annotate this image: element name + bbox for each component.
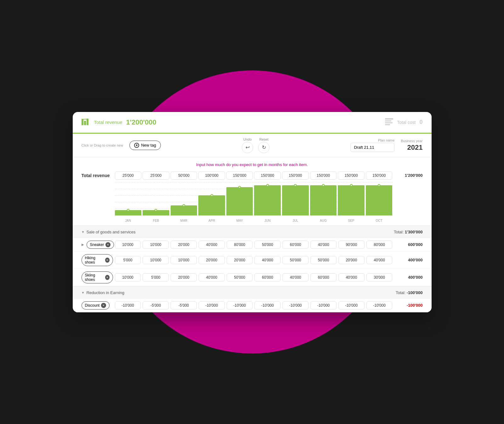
new-tag-button[interactable]: + New tag (129, 141, 161, 150)
data-cell-sale-of-goods-1-8 (338, 256, 365, 264)
row-label-sale-of-goods-2: Skiing shoes✕ (82, 271, 113, 283)
data-input-sale-of-goods-1-0[interactable] (115, 256, 141, 264)
data-input-sale-of-goods-2-3[interactable] (199, 273, 225, 282)
month-input-5[interactable] (254, 171, 281, 180)
section-header-reduction-in-earning[interactable]: ▼ Reduction in Earning Total: -100'000 (73, 287, 432, 299)
data-input-sale-of-goods-2-8[interactable] (338, 273, 365, 282)
bar-col-6 (282, 182, 309, 215)
data-cell-sale-of-goods-2-9 (366, 273, 393, 282)
data-input-sale-of-goods-2-7[interactable] (310, 273, 337, 282)
data-input-sale-of-goods-1-7[interactable] (310, 256, 337, 264)
data-input-reduction-in-earning-0-9[interactable] (366, 301, 393, 310)
data-input-sale-of-goods-1-2[interactable] (171, 256, 197, 264)
data-input-sale-of-goods-1-8[interactable] (338, 256, 365, 264)
month-cell-8 (338, 171, 365, 180)
undo-button[interactable]: ↩ (242, 142, 253, 153)
data-input-sale-of-goods-0-7[interactable] (310, 241, 337, 249)
data-input-reduction-in-earning-0-2[interactable] (171, 301, 197, 310)
data-input-sale-of-goods-2-2[interactable] (171, 273, 197, 282)
data-input-sale-of-goods-2-5[interactable] (254, 273, 280, 282)
bar-col-1 (143, 182, 169, 215)
data-input-sale-of-goods-0-2[interactable] (171, 241, 197, 249)
data-input-sale-of-goods-0-0[interactable] (115, 241, 141, 249)
svg-rect-2 (87, 119, 88, 125)
bar-dot-3 (211, 194, 213, 197)
section-header-sale-of-goods[interactable]: ▼ Sale of goods and services Total: 1'30… (73, 226, 432, 238)
bar-dot-4 (238, 186, 241, 188)
data-input-sale-of-goods-1-1[interactable] (143, 256, 169, 264)
data-input-reduction-in-earning-0-4[interactable] (227, 301, 253, 310)
data-cell-reduction-in-earning-0-0 (115, 301, 141, 310)
bar-col-9 (366, 182, 393, 215)
month-input-6[interactable] (282, 171, 309, 180)
data-cell-sale-of-goods-0-3 (199, 241, 225, 249)
data-input-sale-of-goods-0-4[interactable] (227, 241, 253, 249)
data-input-sale-of-goods-1-9[interactable] (366, 256, 393, 264)
month-label-0: JAN (115, 219, 142, 222)
tag-close-sale-of-goods-0[interactable]: ✕ (105, 242, 110, 247)
tag-close-reduction-in-earning-0[interactable]: ✕ (101, 303, 106, 308)
data-input-sale-of-goods-2-1[interactable] (143, 273, 169, 282)
month-input-3[interactable] (198, 171, 225, 180)
data-cell-sale-of-goods-1-7 (310, 256, 337, 264)
plan-name-label: Plan name (350, 138, 394, 142)
reset-label: Reset (259, 137, 269, 141)
month-input-2[interactable] (171, 171, 197, 180)
month-input-4[interactable] (226, 171, 253, 180)
data-input-reduction-in-earning-0-3[interactable] (199, 301, 225, 310)
data-input-sale-of-goods-0-5[interactable] (254, 241, 280, 249)
data-input-sale-of-goods-0-6[interactable] (282, 241, 309, 249)
bar-5 (254, 185, 281, 215)
bar-3 (198, 195, 225, 215)
data-input-reduction-in-earning-0-7[interactable] (310, 301, 337, 310)
data-input-sale-of-goods-1-4[interactable] (227, 256, 253, 264)
row-total-sale-of-goods-2: 400'000 (394, 275, 422, 280)
data-cell-reduction-in-earning-0-5 (254, 301, 280, 310)
tag-pill-sale-of-goods-1: Hiking shoes✕ (82, 254, 113, 266)
month-label-1: FEB (143, 219, 169, 222)
month-input-7[interactable] (310, 171, 337, 180)
data-input-reduction-in-earning-0-0[interactable] (115, 301, 141, 310)
data-input-reduction-in-earning-0-1[interactable] (143, 301, 169, 310)
data-input-sale-of-goods-2-4[interactable] (227, 273, 253, 282)
data-input-sale-of-goods-0-3[interactable] (199, 241, 225, 249)
data-input-sale-of-goods-1-6[interactable] (282, 256, 309, 264)
svg-rect-0 (82, 120, 83, 125)
section-total-label-reduction-in-earning: Total: (396, 290, 405, 295)
data-input-sale-of-goods-2-9[interactable] (366, 273, 393, 282)
month-cell-9 (366, 171, 393, 180)
data-input-sale-of-goods-1-3[interactable] (199, 256, 225, 264)
tag-close-sale-of-goods-1[interactable]: ✕ (105, 258, 110, 263)
month-input-9[interactable] (366, 171, 393, 180)
plan-name-input[interactable] (350, 143, 394, 152)
cost-value: 0 (419, 119, 422, 126)
total-revenue-row: Total revenue 1'200'000 (82, 171, 423, 180)
data-cell-reduction-in-earning-0-6 (282, 301, 309, 310)
svg-rect-4 (385, 118, 393, 120)
data-input-reduction-in-earning-0-5[interactable] (254, 301, 280, 310)
month-input-0[interactable] (115, 171, 142, 180)
data-input-reduction-in-earning-0-6[interactable] (282, 301, 309, 310)
data-input-reduction-in-earning-0-8[interactable] (338, 301, 365, 310)
month-cell-7 (310, 171, 337, 180)
data-input-sale-of-goods-2-0[interactable] (115, 273, 141, 282)
data-input-sale-of-goods-0-9[interactable] (366, 241, 393, 249)
data-cell-sale-of-goods-0-1 (143, 241, 169, 249)
month-input-1[interactable] (143, 171, 169, 180)
bar-1 (143, 210, 169, 215)
revenue-icon (82, 118, 90, 127)
data-cell-sale-of-goods-1-2 (171, 256, 197, 264)
data-input-sale-of-goods-2-6[interactable] (282, 273, 309, 282)
bar-6 (282, 185, 309, 215)
expand-arrow-0[interactable]: ▶ (82, 243, 84, 246)
data-input-sale-of-goods-1-5[interactable] (254, 256, 280, 264)
data-input-sale-of-goods-0-1[interactable] (143, 241, 169, 249)
reset-button[interactable]: ↻ (258, 142, 269, 153)
data-cell-reduction-in-earning-0-8 (338, 301, 365, 310)
data-cell-sale-of-goods-0-0 (115, 241, 141, 249)
data-cell-sale-of-goods-2-2 (171, 273, 197, 282)
month-input-8[interactable] (338, 171, 365, 180)
data-input-sale-of-goods-0-8[interactable] (338, 241, 365, 249)
tag-close-sale-of-goods-2[interactable]: ✕ (105, 275, 110, 280)
data-cell-reduction-in-earning-0-3 (199, 301, 225, 310)
